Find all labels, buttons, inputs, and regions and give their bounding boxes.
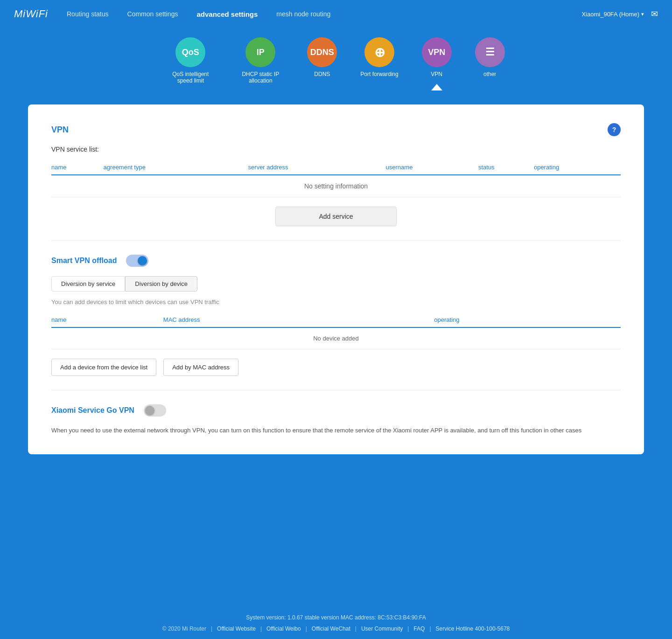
footer-link-faq[interactable]: FAQ [413,625,425,632]
footer-link-user-community[interactable]: User Community [361,625,403,632]
col-username: username [386,160,478,175]
ddns-label: DDNS [314,71,330,77]
qos-label: QoS intelligent speed limit [167,71,214,84]
device-col-name: name [51,313,163,327]
ip-icon-circle: IP [245,37,275,67]
icon-item-qos[interactable]: QoS QoS intelligent speed limit [167,37,214,84]
smart-vpn-label: Smart VPN offload [51,257,117,265]
device-table-empty-row: No device added [51,327,621,349]
ip-label: DHCP static IP allocation [237,71,284,84]
smart-vpn-toggle[interactable] [126,255,148,267]
add-device-by-mac-button[interactable]: Add by MAC address [163,359,238,376]
col-name: name [51,160,104,175]
footer-copyright: © 2020 Mi Router [162,625,206,632]
portfw-label: Port forwarding [360,71,398,77]
add-device-row: Add a device from the device list Add by… [51,359,621,376]
icon-item-other[interactable]: ☰ other [475,37,505,77]
active-arrow-indicator [431,84,442,90]
device-col-operating: operating [434,313,621,327]
tab-description: You can add devices to limit which devic… [51,299,621,306]
nav-routing-status[interactable]: Routing status [67,10,109,18]
col-operating: operating [534,160,621,175]
xiaomi-service-description: When you need to use the external networ… [51,426,621,436]
col-agreement: agreement type [104,160,248,175]
add-device-from-list-button[interactable]: Add a device from the device list [51,359,156,376]
footer-links: © 2020 Mi Router | Official Website | Of… [0,625,672,632]
logo: MiWiFi [14,8,48,20]
xiaomi-service-toggle[interactable] [144,404,166,417]
device-col-mac: MAC address [163,313,434,327]
footer-system-info: System version: 1.0.67 stable version MA… [0,614,672,621]
chevron-down-icon: ▾ [641,11,644,17]
portfw-icon-circle: ⊕ [364,37,394,67]
diversion-tabs: Diversion by service Diversion by device [51,276,621,292]
icon-item-ip[interactable]: IP DHCP static IP allocation [237,37,284,84]
add-service-button[interactable]: Add service [275,207,397,226]
vpn-empty-message: No setting information [51,175,621,197]
nav-mesh-node-routing[interactable]: mesh node routing [276,10,330,18]
icon-item-portfw[interactable]: ⊕ Port forwarding [360,37,398,77]
tab-diversion-by-service[interactable]: Diversion by service [51,276,125,292]
divider-1 [51,240,621,241]
col-server: server address [248,160,386,175]
other-icon-circle: ☰ [475,37,505,67]
icon-item-ddns[interactable]: DDNS DDNS [307,37,337,77]
footer-link-service-hotline[interactable]: Service Hotline 400-100-5678 [436,625,510,632]
vpn-service-list-label: VPN service list: [51,146,621,153]
vpn-section-title: VPN ? [51,123,621,136]
xiaomi-service-label: Xiaomi Service Go VPN [51,406,134,415]
vpn-label: VPN [431,71,442,77]
help-icon[interactable]: ? [608,123,621,136]
smart-vpn-toggle-track [126,255,148,267]
footer-link-official-website[interactable]: Official Website [217,625,256,632]
xiaomi-service-toggle-thumb [145,406,154,415]
xiaomi-service-row: Xiaomi Service Go VPN [51,404,621,417]
xiaomi-service-toggle-track [144,404,166,417]
mail-icon[interactable]: ✉ [651,9,658,19]
footer-link-official-weibo[interactable]: Official Weibo [266,625,301,632]
footer-link-official-wechat[interactable]: Official WeChat [312,625,350,632]
device-empty-message: No device added [51,327,621,349]
main-card: VPN ? VPN service list: name agreement t… [28,104,644,454]
icon-grid: QoS QoS intelligent speed limit IP DHCP … [0,28,672,104]
nav: Routing status Common settings advanced … [67,10,581,18]
tab-diversion-by-device[interactable]: Diversion by device [125,276,197,292]
qos-icon-circle: QoS [175,37,205,67]
ddns-icon-circle: DDNS [307,37,337,67]
header: MiWiFi Routing status Common settings ad… [0,0,672,28]
nav-right: Xiaomi_90FA (Home) ▾ ✉ [581,9,658,19]
smart-vpn-toggle-thumb [138,256,147,265]
nav-common-settings[interactable]: Common settings [127,10,178,18]
icon-item-vpn[interactable]: VPN VPN [422,37,452,90]
device-table: name MAC address operating No device add… [51,313,621,349]
vpn-icon-circle: VPN [422,37,452,67]
device-name[interactable]: Xiaomi_90FA (Home) ▾ [581,11,644,18]
col-status: status [478,160,534,175]
smart-vpn-row: Smart VPN offload [51,255,621,267]
vpn-table-empty-row: No setting information [51,175,621,197]
footer: System version: 1.0.67 stable version MA… [0,605,672,639]
divider-2 [51,390,621,390]
vpn-service-table: name agreement type server address usern… [51,160,621,197]
nav-advanced-settings[interactable]: advanced settings [196,10,258,18]
other-label: other [483,71,496,77]
